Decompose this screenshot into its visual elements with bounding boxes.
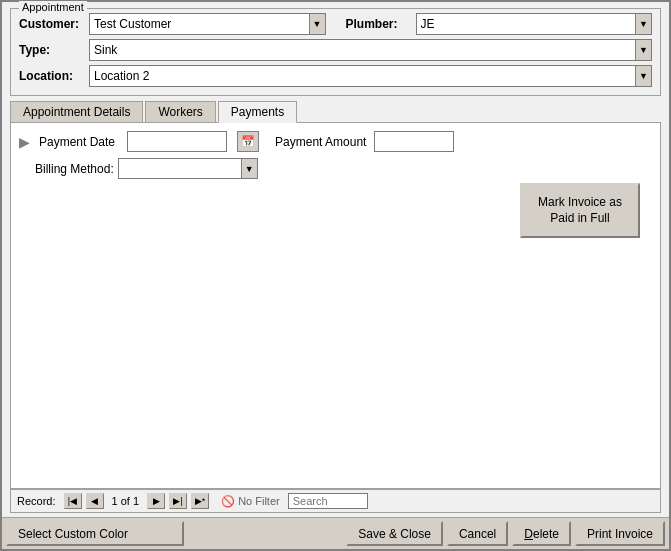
nav-first-button[interactable]: |◀ <box>64 493 82 509</box>
mark-invoice-button[interactable]: Mark Invoice as Paid in Full <box>520 183 640 238</box>
location-combo[interactable]: Location 2 ▼ <box>89 65 652 87</box>
location-row: Location: Location 2 ▼ <box>19 65 652 87</box>
action-buttons: Save & Close Cancel Delete Print Invoice <box>346 521 665 546</box>
delete-button[interactable]: Delete <box>512 521 571 546</box>
cancel-button[interactable]: Cancel <box>447 521 508 546</box>
record-arrow: ▶ <box>19 134 31 150</box>
tabs-bar: Appointment Details Workers Payments <box>10 100 661 122</box>
nav-last-button[interactable]: ▶| <box>169 493 187 509</box>
nav-prev-button[interactable]: ◀ <box>86 493 104 509</box>
type-row: Type: Sink ▼ <box>19 39 652 61</box>
record-info: 1 of 1 <box>112 495 140 507</box>
payment-date-label: Payment Date <box>39 135 115 149</box>
payments-tab-content: ▶ Payment Date 📅 Payment Amount Billing … <box>10 122 661 489</box>
payment-amount-label: Payment Amount <box>275 135 366 149</box>
location-value: Location 2 <box>94 69 167 83</box>
plumber-value: JE <box>421 17 453 31</box>
record-nav-bar: Record: |◀ ◀ 1 of 1 ▶ ▶| ▶* 🚫 No Filter <box>10 489 661 513</box>
plumber-label: Plumber: <box>346 17 416 31</box>
bottom-bar: Select Custom Color Save & Close Cancel … <box>2 517 669 549</box>
main-window: Appointment Customer: Test Customer ▼ Pl… <box>0 0 671 551</box>
delete-underline: D <box>524 527 533 541</box>
payment-amount-input[interactable] <box>374 131 454 152</box>
calendar-button[interactable]: 📅 <box>237 131 259 152</box>
record-nav-label: Record: <box>17 495 56 507</box>
appointment-group: Appointment Customer: Test Customer ▼ Pl… <box>10 8 661 96</box>
customer-plumber-row: Customer: Test Customer ▼ Plumber: JE ▼ <box>19 13 652 35</box>
plumber-combo[interactable]: JE ▼ <box>416 13 653 35</box>
location-label: Location: <box>19 69 89 83</box>
nav-new-button[interactable]: ▶* <box>191 493 209 509</box>
customer-combo[interactable]: Test Customer ▼ <box>89 13 326 35</box>
calendar-icon: 📅 <box>241 135 255 148</box>
billing-method-dropdown-arrow[interactable]: ▼ <box>241 159 257 178</box>
customer-field-group: Customer: Test Customer ▼ <box>19 13 326 35</box>
payment-date-amount-row: ▶ Payment Date 📅 Payment Amount <box>19 131 652 152</box>
tab-payments[interactable]: Payments <box>218 101 297 123</box>
customer-value: Test Customer <box>94 17 189 31</box>
plumber-field-group: Plumber: JE ▼ <box>346 13 653 35</box>
nav-next-button[interactable]: ▶ <box>147 493 165 509</box>
select-custom-color-button[interactable]: Select Custom Color <box>6 521 184 546</box>
save-close-button[interactable]: Save & Close <box>346 521 443 546</box>
customer-dropdown-arrow[interactable]: ▼ <box>309 14 325 34</box>
billing-method-combo[interactable]: ▼ <box>118 158 258 179</box>
print-invoice-button[interactable]: Print Invoice <box>575 521 665 546</box>
filter-info: 🚫 No Filter <box>221 495 280 508</box>
type-value: Sink <box>94 43 135 57</box>
type-dropdown-arrow[interactable]: ▼ <box>635 40 651 60</box>
payment-date-input[interactable] <box>127 131 227 152</box>
search-input[interactable] <box>288 493 368 509</box>
billing-method-row: Billing Method: ▼ <box>35 158 652 179</box>
plumber-dropdown-arrow[interactable]: ▼ <box>635 14 651 34</box>
tab-appointment-details[interactable]: Appointment Details <box>10 101 143 123</box>
type-combo[interactable]: Sink ▼ <box>89 39 652 61</box>
tab-workers[interactable]: Workers <box>145 101 215 123</box>
customer-label: Customer: <box>19 17 89 31</box>
appointment-group-label: Appointment <box>19 1 87 13</box>
location-dropdown-arrow[interactable]: ▼ <box>635 66 651 86</box>
type-label: Type: <box>19 43 89 57</box>
billing-method-label: Billing Method: <box>35 162 114 176</box>
